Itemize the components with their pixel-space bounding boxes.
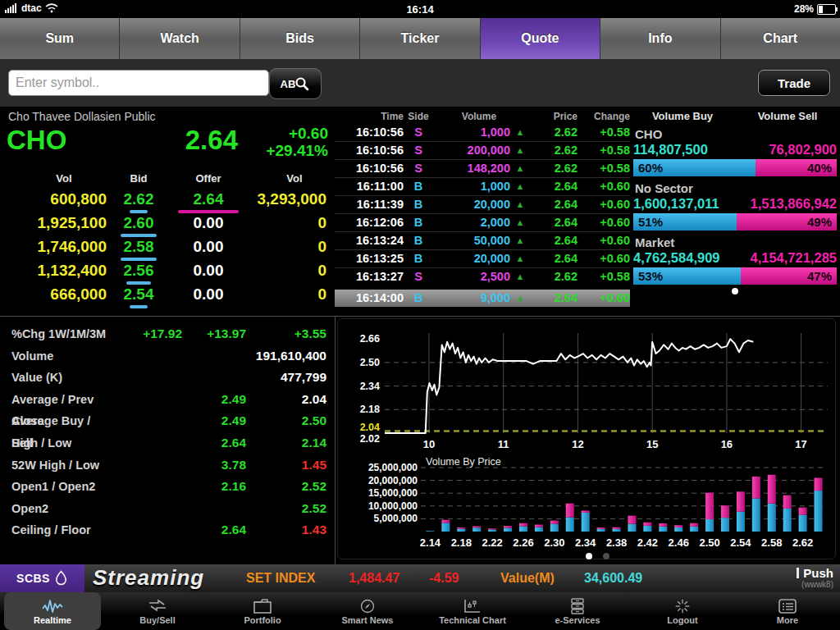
trade-price: 2.64 xyxy=(530,178,578,195)
stat-label: Open1 / Open2 xyxy=(11,476,107,498)
stat-value xyxy=(182,345,246,368)
trade-change: +0.60 xyxy=(578,178,630,195)
ticker-panel: Time Side Volume Price Change 16:10:56S1… xyxy=(335,107,630,317)
lower-section: %Chg 1W/1M/3M+17.92+13.97+3.55Volume191,… xyxy=(0,317,840,564)
depth-header-bid: Bid xyxy=(107,172,171,185)
tab-watch[interactable]: Watch xyxy=(120,18,240,59)
trade-change: +0.60 xyxy=(578,232,630,249)
stat-value xyxy=(107,432,182,454)
stat-row: Volume191,610,400 xyxy=(0,345,335,368)
ticker-header-time: Time xyxy=(335,109,404,124)
nav-item-buy-sell[interactable]: Buy/Sell xyxy=(105,592,210,630)
trade-volume: 1,000 xyxy=(433,124,510,141)
change-value: +0.60 xyxy=(242,125,328,142)
stat-row: Average / Prev Close2.492.04 xyxy=(0,389,335,411)
ticker-row[interactable]: 16:13:25B20,000▲2.64+0.60 xyxy=(335,249,630,267)
stat-value xyxy=(107,519,182,541)
volume-buy-header: Volume Buy xyxy=(630,110,735,122)
flow-buy-value: 4,762,584,909 xyxy=(633,250,720,266)
nav-item-realtime[interactable]: Realtime xyxy=(4,592,101,630)
depth-header: Vol Bid Offer Vol xyxy=(0,172,326,185)
depth-row[interactable]: 600,8002.622.643,293,000 xyxy=(0,187,326,211)
trade-side: S xyxy=(404,160,433,177)
bid-price: 2.54 xyxy=(107,282,171,306)
svg-text:25,000,000: 25,000,000 xyxy=(368,462,418,473)
tab-quote[interactable]: Quote xyxy=(481,18,600,59)
nav-item-portfolio[interactable]: Portfolio xyxy=(210,592,315,630)
page-dot-active[interactable] xyxy=(586,553,592,559)
svg-text:2.34: 2.34 xyxy=(360,381,380,392)
quote-page: Cho Thavee Dollasien Public CHO 2.64 +0.… xyxy=(0,107,840,317)
ticker-row[interactable]: 16:11:39B20,000▲2.64+0.60 xyxy=(335,195,630,213)
trade-side: S xyxy=(404,142,433,159)
offer-price: 0.00 xyxy=(171,258,246,282)
tab-info[interactable]: Info xyxy=(600,18,720,59)
intraday-price-chart: 1011121516172.662.502.342.182.042.02 xyxy=(344,320,833,456)
symbol-search-input[interactable] xyxy=(8,70,269,96)
trade-volume: 9,000 xyxy=(433,290,510,307)
page-dot-inactive[interactable] xyxy=(603,553,609,559)
depth-row[interactable]: 666,0002.540.000 xyxy=(0,282,326,306)
ticker-row[interactable]: 16:10:56S148,200▲2.62+0.58 xyxy=(335,159,630,177)
svg-text:11: 11 xyxy=(498,438,509,450)
tab-chart[interactable]: Chart xyxy=(721,18,840,59)
offer-volume: 3,293,000 xyxy=(246,187,326,211)
trade-side: B xyxy=(404,214,433,231)
offer-price: 0.00 xyxy=(171,282,246,306)
scbs-flame-icon xyxy=(54,570,68,587)
ticker-row[interactable]: 16:14:00B9,000▲2.64+0.60 xyxy=(335,290,630,307)
nav-item-smart-news[interactable]: Smart News xyxy=(315,592,420,630)
ticker-row[interactable]: 16:10:56S1,000▲2.62+0.58 xyxy=(335,124,630,141)
ticker-row[interactable]: 16:13:27S2,500▲2.62+0.58 xyxy=(335,267,630,285)
tab-label: Bids xyxy=(285,31,314,46)
bid-volume: 600,800 xyxy=(0,187,107,211)
tab-bids[interactable]: Bids xyxy=(240,18,360,59)
stat-value xyxy=(107,476,182,498)
depth-row[interactable]: 1,925,1002.600.000 xyxy=(0,211,326,235)
tab-ticker[interactable]: Ticker xyxy=(360,18,480,59)
ticker-header: Time Side Volume Price Change xyxy=(335,109,630,124)
trade-price: 2.62 xyxy=(530,160,578,177)
keyboard-toggle-button[interactable]: AB xyxy=(269,68,322,99)
trade-change: +0.58 xyxy=(578,124,630,141)
nav-item-technical-chart[interactable]: Technical Chart xyxy=(420,592,525,630)
trade-price: 2.64 xyxy=(530,196,578,213)
depth-header-offer: Offer xyxy=(171,172,246,185)
svg-text:2.02: 2.02 xyxy=(360,433,380,445)
ticker-header-side: Side xyxy=(404,109,433,124)
tab-sum[interactable]: Sum xyxy=(0,18,120,59)
nav-item-e-services[interactable]: e-Services xyxy=(525,592,630,630)
depth-row[interactable]: 1,132,4002.560.000 xyxy=(0,258,326,282)
trade-change: +0.58 xyxy=(578,268,630,285)
stat-value: 2.14 xyxy=(246,432,326,454)
trade-side: S xyxy=(404,268,433,285)
nav-more-icon xyxy=(778,598,797,614)
flows-header: Volume Buy Volume Sell xyxy=(630,110,840,122)
ticker-row[interactable]: 16:11:00B1,000▲2.64+0.60 xyxy=(335,177,630,195)
up-arrow-icon: ▲ xyxy=(510,196,530,213)
quote-tab-bar: SumWatchBidsTickerQuoteInfoChart xyxy=(0,18,840,59)
trade-button[interactable]: Trade xyxy=(758,70,830,96)
offer-price-value: 2.64 xyxy=(194,187,224,211)
push-toggle[interactable]: Push (wwwk8) xyxy=(797,566,833,588)
set-index-label: SET INDEX xyxy=(246,571,315,586)
flow-buy-percent: 60% xyxy=(638,159,663,176)
flow-group-name: No Sector xyxy=(635,181,840,196)
flows-body: CHO114,807,50076,802,90060%40%No Sector1… xyxy=(630,127,840,285)
stat-value: +17.92 xyxy=(107,323,182,345)
stat-row: Average Buy / Sell2.492.50 xyxy=(0,410,335,432)
svg-text:2.26: 2.26 xyxy=(513,536,533,549)
svg-text:2.62: 2.62 xyxy=(792,536,813,549)
svg-text:10,000,000: 10,000,000 xyxy=(368,500,418,512)
trade-change: +0.58 xyxy=(578,160,630,177)
nav-item-logout[interactable]: Logout xyxy=(630,592,735,630)
offer-price-value: 0.00 xyxy=(194,258,224,282)
ticker-row[interactable]: 16:12:06B2,000▲2.64+0.60 xyxy=(335,213,630,231)
ticker-row[interactable]: 16:10:56S200,000▲2.62+0.58 xyxy=(335,141,630,159)
flow-buy-percent: 53% xyxy=(638,267,663,285)
nav-item-label: Portfolio xyxy=(244,615,281,625)
nav-item-more[interactable]: More xyxy=(735,592,840,630)
flows-page-dot[interactable] xyxy=(732,288,738,294)
depth-row[interactable]: 1,746,0002.580.000 xyxy=(0,235,326,258)
ticker-row[interactable]: 16:13:24B50,000▲2.64+0.60 xyxy=(335,231,630,249)
